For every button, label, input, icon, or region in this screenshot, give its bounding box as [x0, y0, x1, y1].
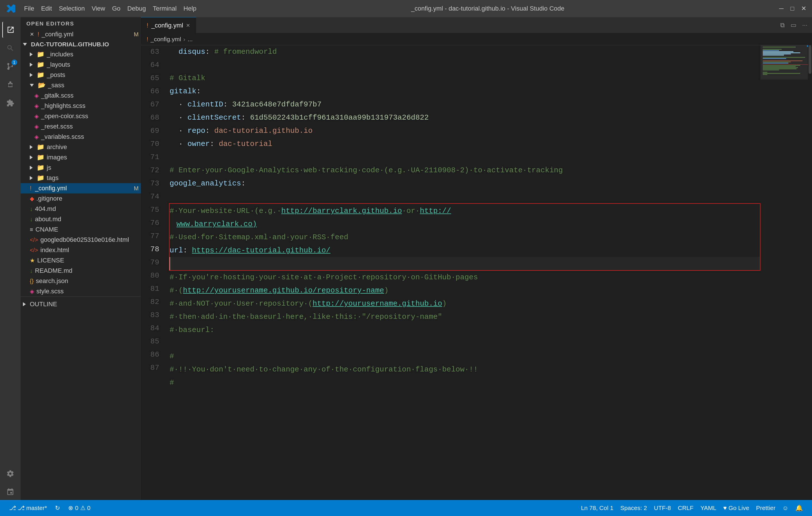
code-line-71: [170, 151, 760, 164]
folder-icon: 📁: [37, 143, 45, 151]
code-line-74: [170, 190, 760, 203]
errors-status[interactable]: ⊗ 0 ⚠ 0: [65, 500, 94, 516]
sidebar-item-posts[interactable]: 📁 _posts: [21, 70, 141, 80]
code-content[interactable]: disqus: # fromendworld # Gitalk gitalk:: [164, 45, 760, 500]
scss-icon: ◈: [30, 288, 34, 295]
js-chevron: [30, 166, 33, 170]
menu-go[interactable]: Go: [112, 5, 120, 12]
scss-icon: ◈: [34, 133, 39, 140]
outline-header[interactable]: OUTLINE: [21, 299, 141, 309]
cname-icon: ≡: [30, 226, 33, 233]
sidebar-item-tags[interactable]: 📁 tags: [21, 173, 141, 183]
sidebar-item-config-yml[interactable]: ! _config.yml M: [21, 183, 141, 193]
code-editor[interactable]: 63 64 65 66 67 68 69 70 71 72 73 74 75 7…: [141, 45, 760, 500]
sidebar-item-about[interactable]: ↓ about.md: [21, 214, 141, 224]
notification-status[interactable]: 🔔: [792, 500, 806, 516]
sidebar-item-search-json[interactable]: {} search.json: [21, 276, 141, 286]
sidebar-item-google-html[interactable]: </> googledb06e025310e016e.html: [21, 235, 141, 245]
prettier-status[interactable]: Prettier: [753, 500, 779, 516]
minimize-button[interactable]: ─: [779, 5, 784, 12]
sidebar-item-reset-scss[interactable]: ◈ _reset.scss: [21, 121, 141, 132]
cursor-position[interactable]: Ln 78, Col 1: [577, 500, 617, 516]
code-line-81: #·and·NOT·your·User·repository·(http://y…: [170, 297, 760, 310]
go-live-status[interactable]: ♥ Go Live: [720, 500, 753, 516]
breadcrumb-file[interactable]: _config.yml: [151, 36, 181, 43]
sidebar-item-index-html[interactable]: </> index.html: [21, 245, 141, 255]
sidebar-item-js[interactable]: 📁 js: [21, 162, 141, 173]
sidebar-item-gitalk-scss[interactable]: ◈ _gitalk.scss: [21, 90, 141, 101]
scss-icon: ◈: [34, 92, 39, 99]
menu-file[interactable]: File: [24, 5, 34, 12]
explorer-root[interactable]: DAC-TUTORIAL.GITHUB.IO: [21, 39, 141, 49]
remote-activity-icon[interactable]: [2, 484, 18, 500]
sidebar-item-sass[interactable]: 📂 _sass: [21, 80, 141, 90]
menu-edit[interactable]: Edit: [41, 5, 52, 12]
open-editor-config[interactable]: ✕ ! _config.yml M: [21, 29, 141, 39]
sidebar-item-layouts[interactable]: 📁 _layouts: [21, 60, 141, 70]
minimap-line-indicator: [807, 45, 808, 47]
license-icon: ★: [30, 257, 35, 264]
cname-label: CNAME: [35, 226, 141, 233]
search-activity-icon[interactable]: [2, 40, 18, 56]
spaces-status[interactable]: Spaces: 2: [617, 500, 650, 516]
maximize-button[interactable]: □: [790, 5, 794, 12]
titlebar: File Edit Selection View Go Debug Termin…: [0, 0, 812, 17]
sidebar-item-style-scss[interactable]: ◈ style.scss: [21, 286, 141, 297]
sidebar-item-cname[interactable]: ≡ CNAME: [21, 224, 141, 235]
settings-activity-icon[interactable]: [2, 466, 18, 482]
close-button[interactable]: ✕: [801, 5, 806, 12]
debug-activity-icon[interactable]: [2, 77, 18, 93]
menu-terminal[interactable]: Terminal: [153, 5, 176, 12]
code-line-76: #·Used·for·Sitemap.xml·and·your·RSS·feed: [170, 231, 760, 244]
menu-help[interactable]: Help: [183, 5, 197, 12]
folder-icon: 📁: [37, 164, 45, 172]
split-editor-icon[interactable]: ⧉: [780, 22, 785, 29]
sidebar-item-images[interactable]: 📁 images: [21, 152, 141, 162]
license-label: LICENSE: [37, 257, 141, 264]
sidebar-item-includes[interactable]: 📁 _includes: [21, 49, 141, 60]
spaces-label: Spaces: 2: [620, 505, 647, 511]
sidebar-item-archive[interactable]: 📁 archive: [21, 142, 141, 152]
js-label: js: [47, 164, 141, 172]
sidebar-item-open-color-scss[interactable]: ◈ _open-color.scss: [21, 111, 141, 121]
sidebar-item-highlights-scss[interactable]: ◈ _highlights.scss: [21, 101, 141, 111]
smiley-status[interactable]: ☺: [779, 500, 792, 516]
menu-selection[interactable]: Selection: [59, 5, 85, 12]
minimap-scrollbar-thumb[interactable]: [809, 45, 811, 74]
outline-chevron: [23, 302, 26, 306]
sync-status[interactable]: ↻: [52, 500, 64, 516]
gitignore-icon: ◆: [30, 195, 34, 202]
menu-debug[interactable]: Debug: [127, 5, 146, 12]
code-line-78[interactable]: [170, 257, 760, 270]
code-line-73: google_analytics:: [170, 177, 760, 190]
extensions-activity-icon[interactable]: [2, 95, 18, 111]
breadcrumb-section[interactable]: ...: [187, 36, 193, 43]
source-control-activity-icon[interactable]: 1: [2, 58, 18, 74]
branch-status[interactable]: ⎇ ⎇ master*: [6, 500, 50, 516]
encoding-status[interactable]: UTF-8: [650, 500, 674, 516]
language-label: YAML: [700, 505, 716, 511]
sidebar-item-404[interactable]: ↓ 404.md: [21, 204, 141, 214]
sidebar-item-gitignore[interactable]: ◆ .gitignore: [21, 193, 141, 204]
sidebar-item-readme[interactable]: ↓ README.md: [21, 266, 141, 276]
tab-config-yml[interactable]: ! _config.yml ✕: [141, 17, 196, 33]
code-line-80: #·(http://yourusername.github.io/reposit…: [170, 284, 760, 297]
bell-icon: 🔔: [795, 505, 803, 511]
more-actions-icon[interactable]: ···: [802, 22, 807, 29]
language-status[interactable]: YAML: [697, 500, 720, 516]
close-editor-icon[interactable]: ✕: [30, 31, 34, 37]
toggle-panel-icon[interactable]: ▭: [790, 22, 796, 29]
line-endings-status[interactable]: CRLF: [674, 500, 697, 516]
open-editors-title: OPEN EDITORS: [21, 17, 141, 29]
archive-label: archive: [47, 143, 141, 151]
tab-close-button[interactable]: ✕: [186, 22, 190, 29]
sidebar-item-license[interactable]: ★ LICENSE: [21, 255, 141, 266]
window-controls[interactable]: ─ □ ✕: [779, 5, 806, 12]
folder-icon: 📁: [37, 174, 45, 182]
explorer-activity-icon[interactable]: [2, 22, 18, 38]
menu-view[interactable]: View: [92, 5, 105, 12]
sidebar-item-variables-scss[interactable]: ◈ _variables.scss: [21, 132, 141, 142]
titlebar-menu[interactable]: File Edit Selection View Go Debug Termin…: [24, 5, 197, 12]
minimap[interactable]: [760, 45, 812, 500]
code-line-63: disqus: # fromendworld: [170, 45, 760, 58]
